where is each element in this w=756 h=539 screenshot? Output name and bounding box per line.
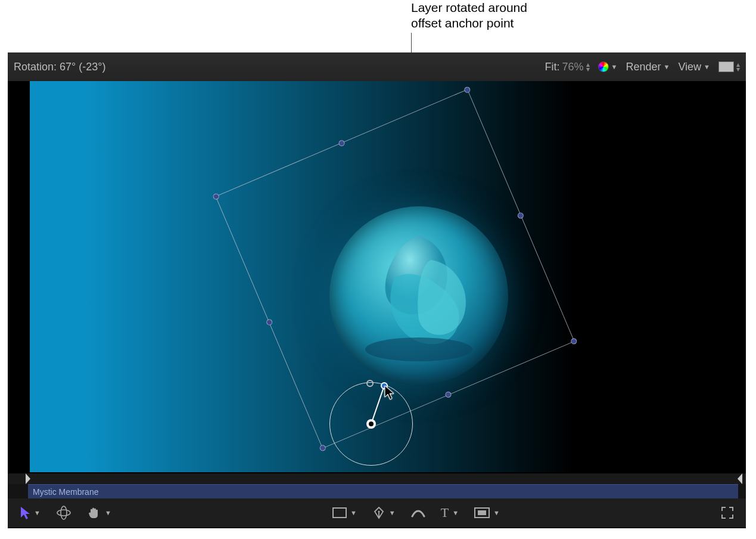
anchor-point-icon[interactable] [366,419,376,429]
text-tool[interactable]: T ▼ [441,505,459,521]
pen-nib-icon [372,506,385,519]
expand-toggle[interactable] [721,506,734,519]
brush-stroke-icon [411,507,425,519]
pan-tool[interactable]: ▼ [87,506,111,520]
hand-icon [87,506,101,520]
svg-line-1 [371,386,384,424]
svg-rect-7 [478,510,486,515]
mini-timeline-track[interactable]: Mystic Membrane [8,484,746,498]
stepper-icon: ▴▾ [736,62,740,72]
chevron-down-icon: ▼ [493,509,500,516]
chevron-down-icon: ▼ [105,509,111,516]
chevron-down-icon: ▼ [704,63,710,70]
rotation-hud[interactable] [329,382,413,466]
shape-mask-tool[interactable]: ▼ [474,507,500,518]
chevron-down-icon: ▼ [34,509,41,516]
view-menu[interactable]: View ▼ [678,61,710,73]
chevron-down-icon: ▼ [350,509,357,516]
expand-icon [721,506,734,519]
rectangle-icon [332,507,347,518]
svg-point-5 [378,511,379,513]
chevron-down-icon: ▼ [389,509,396,516]
rotation-arm-icon [329,382,508,472]
chevron-down-icon: ▼ [611,63,618,70]
3d-transform-tool[interactable] [56,505,71,521]
paint-stroke-tool[interactable] [411,507,425,519]
callout-text: Layer rotated aroundoffset anchor point [411,0,649,31]
chevron-down-icon: ▼ [452,509,459,516]
fit-label: Fit: [545,61,560,73]
arrow-cursor-icon [20,506,30,519]
rotation-readout: Rotation: 67° (-23°) [14,61,545,73]
svg-point-2 [57,510,70,516]
in-point-marker-icon[interactable] [26,473,30,484]
select-tool[interactable]: ▼ [20,506,41,519]
canvas-viewport[interactable] [8,81,746,473]
rotation-drag-handle[interactable] [381,382,388,389]
timeline-clip[interactable]: Mystic Membrane [28,484,738,498]
canvas-topbar: Rotation: 67° (-23°) Fit: 76% ▴▾ ▼ Rende… [8,52,746,81]
pen-tool[interactable]: ▼ [372,506,396,519]
render-menu[interactable]: Render ▼ [626,61,670,73]
color-channels-menu[interactable]: ▼ [598,61,618,72]
view-label: View [678,61,701,73]
canvas-panel: Rotation: 67° (-23°) Fit: 76% ▴▾ ▼ Rende… [8,52,746,528]
canvas-toolbar: ▼ ▼ ▼ ▼ T ▼ ▼ [8,498,746,527]
colorwheel-icon [598,61,609,72]
render-label: Render [626,61,661,73]
background-swatch-icon [718,61,734,72]
background-swatch-control[interactable]: ▴▾ [718,61,740,72]
svg-point-3 [61,506,67,519]
frame-icon [474,507,490,518]
rect-mask-tool[interactable]: ▼ [332,507,357,518]
fit-zoom-control[interactable]: Fit: 76% ▴▾ [545,61,590,73]
out-point-marker-icon[interactable] [738,473,742,484]
fit-value: 76% [562,61,584,73]
mini-timeline-ruler[interactable] [8,473,746,484]
orbit-3d-icon [56,505,71,521]
rotation-ghost-handle [366,380,374,387]
svg-rect-4 [333,508,346,518]
chevron-down-icon: ▼ [664,63,670,70]
stepper-icon: ▴▾ [586,62,590,72]
clip-label: Mystic Membrane [33,487,98,497]
text-t-icon: T [441,505,449,521]
